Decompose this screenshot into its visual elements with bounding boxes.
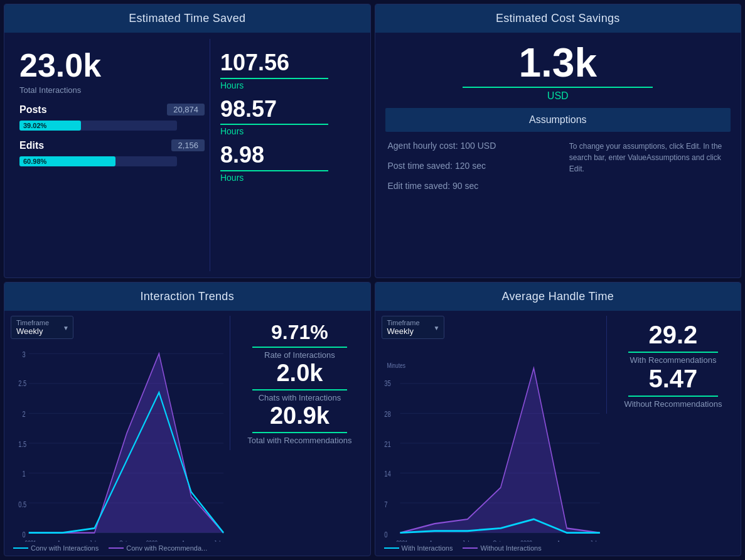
trends-dropdown-arrow: ▼ [63, 324, 69, 331]
post-time: Post time saved: 120 sec [388, 161, 564, 171]
svg-text:2021: 2021 [25, 539, 37, 542]
interaction-trends-title: Interaction Trends [141, 290, 234, 303]
edits-pct: 60.98% [23, 158, 46, 165]
svg-text:7: 7 [384, 500, 387, 509]
svg-text:Oct: Oct [119, 539, 127, 542]
svg-text:1: 1 [22, 470, 25, 478]
svg-text:35: 35 [384, 379, 391, 388]
time-saved-left: 23.0k Total Interactions Posts 20,874 39… [14, 39, 210, 271]
handle-legend-without-label: Without Interactions [480, 544, 541, 552]
trends-chart-svg: 0 0.5 1 1.5 2 2.5 3 [11, 343, 230, 542]
handle-legend: With Interactions Without Interactions [382, 544, 606, 552]
posts-progress-track: 39.02% [19, 121, 177, 131]
agent-hourly: Agent hourly cost: 100 USD [388, 141, 564, 151]
edits-row: Edits 2,156 60.98% [19, 139, 205, 166]
posts-pct: 39.02% [23, 122, 46, 129]
handle-time-title: Average Handle Time [502, 290, 614, 303]
without-recs-value: 5.47 [617, 365, 729, 393]
without-recs-stat: 5.47 Without Recommendations [617, 365, 729, 409]
cost-savings-body: 1.3k USD Assumptions Agent hourly cost: … [375, 33, 741, 277]
hours-other-label: Hours [220, 173, 355, 183]
handle-legend-interactions-line [384, 547, 399, 549]
handle-legend-interactions: With Interactions [384, 544, 453, 552]
legend-recommendations-label: Conv with Recommenda... [126, 544, 207, 552]
legend-recommendations-line [109, 547, 124, 549]
hours-other-underline [220, 170, 328, 171]
hours-posts-label: Hours [220, 80, 355, 90]
time-saved-body: 23.0k Total Interactions Posts 20,874 39… [4, 33, 370, 277]
trends-stats: 9.71% Rate of Interactions 2.0k Chats wi… [230, 316, 363, 450]
svg-text:Jul: Jul [214, 539, 221, 542]
chats-value: 2.0k [240, 360, 358, 387]
chats-underline [252, 389, 347, 390]
trends-legend: Conv with Interactions Conv with Recomme… [11, 544, 230, 552]
svg-text:2021: 2021 [396, 539, 408, 542]
edits-progress-fill: 60.98% [19, 156, 115, 166]
handle-timeframe-dropdown[interactable]: Timeframe Weekly ▼ [382, 316, 444, 339]
handle-legend-interactions-label: With Interactions [402, 544, 453, 552]
edits-label: Edits [19, 140, 44, 151]
trends-timeframe-value: Weekly [16, 326, 58, 336]
svg-text:2: 2 [22, 410, 25, 419]
time-saved-title: Estimated Time Saved [129, 12, 245, 24]
svg-text:2022: 2022 [520, 539, 532, 542]
handle-content: Timeframe Weekly ▼ 0 7 14 21 28 [382, 316, 735, 552]
hours-edits-label: Hours [220, 126, 355, 136]
total-recs-label: Total with Recommendations [240, 436, 358, 445]
with-recs-label: With Recommendations [617, 355, 729, 365]
with-recs-value: 29.2 [617, 321, 729, 349]
cost-savings-header: Estimated Cost Savings [375, 4, 741, 33]
trends-timeframe-dropdown[interactable]: Timeframe Weekly ▼ [11, 316, 73, 339]
trends-content: Timeframe Weekly ▼ 0 0.5 1 1.5 2 [11, 316, 364, 552]
svg-text:0: 0 [22, 530, 25, 539]
total-recs-value: 20.9k [240, 402, 358, 429]
cost-underline [463, 87, 653, 88]
without-recs-label: Without Recommendations [617, 399, 729, 409]
svg-text:Jul: Jul [462, 539, 469, 542]
edits-count: 2,156 [171, 139, 205, 151]
handle-chart-container: Timeframe Weekly ▼ 0 7 14 21 28 [382, 316, 606, 552]
edits-progress-track: 60.98% [19, 156, 177, 166]
rate-underline [252, 347, 347, 348]
rate-stat: 9.71% Rate of Interactions [240, 321, 358, 360]
handle-stats: 29.2 With Recommendations 5.47 Without R… [606, 316, 734, 414]
legend-interactions: Conv with Interactions [13, 544, 99, 552]
svg-text:Apr: Apr [557, 539, 565, 542]
svg-text:Oct: Oct [493, 539, 501, 542]
handle-chart-svg: 0 7 14 21 28 35 Minutes [382, 343, 606, 542]
rate-label: Rate of Interactions [240, 350, 358, 360]
trends-dropdown-container: Timeframe Weekly ▼ [11, 316, 230, 339]
svg-marker-35 [400, 368, 599, 532]
time-saved-right: 107.56 Hours 98.57 Hours 8.98 Hours [210, 39, 360, 271]
svg-text:Apr: Apr [57, 539, 65, 542]
assumptions-bar: Assumptions [385, 108, 731, 132]
posts-count: 20,874 [167, 104, 205, 116]
cost-amount-block: 1.3k USD [385, 43, 731, 102]
svg-text:14: 14 [384, 470, 391, 478]
handle-legend-without-line [463, 547, 478, 549]
total-interactions-number: 23.0k [19, 49, 205, 82]
assumptions-label: Assumptions [529, 114, 587, 125]
svg-text:0.5: 0.5 [18, 500, 26, 509]
rate-value: 9.71% [240, 321, 358, 344]
without-recs-underline [628, 396, 718, 397]
handle-dropdown-container: Timeframe Weekly ▼ [382, 316, 606, 339]
time-saved-panel: Estimated Time Saved 23.0k Total Interac… [4, 4, 371, 278]
hours-posts-underline [220, 78, 328, 79]
edit-time: Edit time saved: 90 sec [388, 181, 564, 191]
trends-timeframe-label: Timeframe [16, 319, 58, 326]
cost-amount: 1.3k [385, 43, 731, 83]
svg-text:Minutes: Minutes [387, 362, 405, 370]
total-recs-underline [252, 432, 347, 433]
cost-savings-title: Estimated Cost Savings [496, 12, 620, 24]
svg-text:Apr: Apr [429, 539, 437, 542]
handle-time-body: Timeframe Weekly ▼ 0 7 14 21 28 [375, 311, 741, 556]
time-saved-header: Estimated Time Saved [4, 4, 370, 33]
cost-savings-panel: Estimated Cost Savings 1.3k USD Assumpti… [375, 4, 742, 278]
svg-text:0: 0 [384, 530, 387, 539]
posts-label: Posts [19, 104, 47, 116]
svg-text:28: 28 [384, 410, 391, 419]
chats-label: Chats with Interactions [240, 393, 358, 402]
interaction-trends-body: Timeframe Weekly ▼ 0 0.5 1 1.5 2 [4, 311, 370, 556]
legend-interactions-line [13, 547, 28, 549]
